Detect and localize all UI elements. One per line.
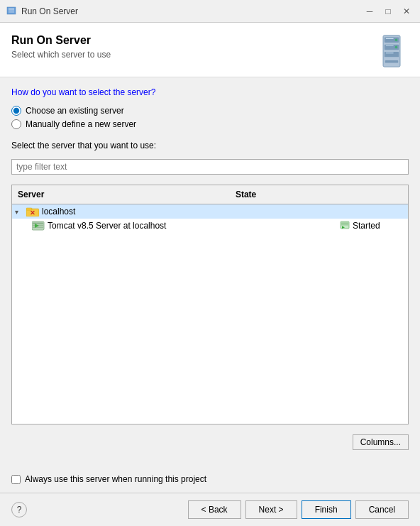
radio-existing-input[interactable] xyxy=(11,106,21,116)
maximize-button[interactable]: □ xyxy=(380,4,396,19)
filter-input[interactable] xyxy=(11,159,409,175)
minimize-button[interactable]: ─ xyxy=(362,4,377,19)
tomcat-label: Tomcat v8.5 Server at localhost xyxy=(48,221,334,231)
svg-rect-7 xyxy=(385,52,399,57)
dialog-content: Run On Server Select which server to use… xyxy=(0,23,420,526)
svg-point-9 xyxy=(395,46,398,49)
title-bar: Run On Server ─ □ ✕ xyxy=(0,0,420,23)
columns-button[interactable]: Columns... xyxy=(353,434,409,450)
radio-new-input[interactable] xyxy=(11,119,21,129)
svg-text:✕: ✕ xyxy=(30,209,35,217)
finish-button[interactable]: Finish xyxy=(302,500,351,519)
svg-rect-20 xyxy=(33,227,43,229)
localhost-label: localhost xyxy=(42,207,405,217)
radio-existing-server[interactable]: Choose an existing server xyxy=(11,106,409,116)
col-server-header: Server xyxy=(12,188,230,201)
svg-rect-10 xyxy=(385,60,398,63)
svg-rect-18 xyxy=(33,223,43,224)
always-use-checkbox[interactable] xyxy=(11,475,21,484)
table-body: ▾ ✕ localhost xyxy=(12,204,408,424)
svg-rect-13 xyxy=(386,53,394,53)
svg-rect-12 xyxy=(386,45,394,46)
radio-new-server[interactable]: Manually define a new server xyxy=(11,119,409,129)
columns-btn-row: Columns... xyxy=(11,434,409,450)
title-bar-icon xyxy=(6,6,17,17)
expand-icon: ▾ xyxy=(15,208,26,216)
tree-row-localhost[interactable]: ▾ ✕ localhost xyxy=(12,204,408,219)
tomcat-state: Started xyxy=(334,221,405,231)
button-bar: ? < Back Next > Finish Cancel xyxy=(0,493,420,526)
svg-rect-3 xyxy=(9,11,14,12)
radio-existing-label: Choose an existing server xyxy=(26,106,124,116)
help-button[interactable]: ? xyxy=(11,502,27,517)
svg-point-8 xyxy=(395,38,398,41)
header-text: Run On Server Select which server to use xyxy=(11,34,375,60)
title-bar-title: Run On Server xyxy=(21,6,362,16)
tree-row-tomcat[interactable]: Tomcat v8.5 Server at localhost Started xyxy=(12,219,408,233)
table-header: Server State xyxy=(12,185,408,204)
close-button[interactable]: ✕ xyxy=(399,4,414,19)
header-area: Run On Server Select which server to use xyxy=(0,23,420,77)
tomcat-state-label: Started xyxy=(353,221,380,231)
always-use-label: Always use this server when running this… xyxy=(25,474,206,484)
radio-group: Choose an existing server Manually defin… xyxy=(11,106,409,129)
svg-rect-24 xyxy=(341,224,348,226)
header-title: Run On Server xyxy=(11,34,375,47)
col-state-header: State xyxy=(230,188,348,201)
header-icon xyxy=(375,34,409,68)
cancel-button[interactable]: Cancel xyxy=(355,500,409,519)
question-label: How do you want to select the server? xyxy=(11,87,409,97)
svg-rect-23 xyxy=(341,223,348,224)
checkbox-row: Always use this server when running this… xyxy=(0,466,420,493)
select-label: Select the server that you want to use: xyxy=(11,141,409,150)
header-subtitle: Select which server to use xyxy=(11,50,375,60)
folder-icon: ✕ xyxy=(26,207,39,217)
back-button[interactable]: < Back xyxy=(188,500,241,519)
svg-rect-2 xyxy=(9,10,14,11)
svg-rect-1 xyxy=(9,9,14,10)
next-button[interactable]: Next > xyxy=(245,500,297,519)
tomcat-icon xyxy=(32,221,45,231)
svg-rect-11 xyxy=(386,38,394,39)
started-status-icon xyxy=(340,221,350,231)
body-area: How do you want to select the server? Ch… xyxy=(0,77,420,460)
radio-new-label: Manually define a new server xyxy=(26,119,136,129)
title-bar-controls: ─ □ ✕ xyxy=(362,4,414,19)
server-table: Server State ▾ ✕ localhost xyxy=(11,185,409,424)
